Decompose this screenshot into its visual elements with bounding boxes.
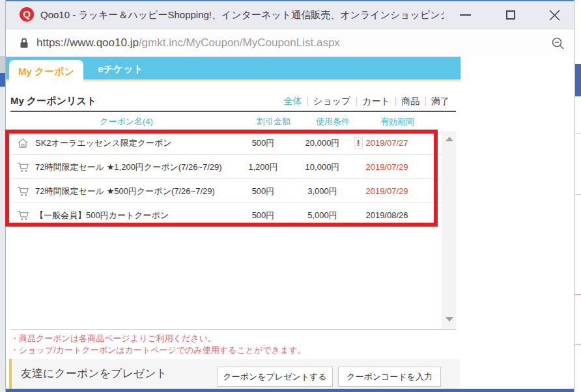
header-validity: 有効期間 [368, 112, 427, 131]
coupon-validity: 2019/07/29 [358, 155, 416, 178]
scroll-up-arrow-icon[interactable] [446, 137, 453, 141]
coupon-name: 【一般会員】500円カートクーポン [35, 203, 244, 227]
filter-separator: | [390, 96, 402, 106]
coupon-condition: 3,000円 [293, 179, 352, 203]
browser-popup-window: Q Qoo10 - ラッキー＆ハッピーShopping!、インターネット通信販売… [0, 0, 581, 392]
present-coupon-button[interactable]: クーポンをプレゼントする [217, 367, 333, 387]
coupon-name: 72時間限定セール ★1,200円クーポン(7/26~7/29) [35, 155, 244, 179]
header-discount: 割引金額 [248, 112, 300, 131]
coupon-condition: 20,000円 [293, 131, 352, 154]
tab-eticket[interactable]: eチケット [91, 57, 150, 81]
table-row: 72時間限定セール ★500円クーポン(7/26~7/29) 500円 3,00… [10, 179, 442, 203]
coupon-filter-links: 全体|ショップ|カート|商品|満了 [280, 96, 449, 107]
note-shop-cart-coupon: ・ショップ/カートクーポンはカートページでのみ使用することができます。 [10, 344, 306, 356]
qoo10-logo-icon: Q [20, 7, 34, 21]
maximize-icon[interactable] [506, 10, 515, 20]
list-bottom-border [10, 329, 456, 329]
coupon-condition: 10,000円 [293, 155, 352, 178]
background-page-sliver-blue [575, 64, 581, 96]
cart-icon [17, 186, 30, 197]
filter-separator: | [350, 96, 362, 106]
coupon-discount: 500円 [237, 179, 289, 203]
page-bottom-bar [6, 389, 574, 392]
note-product-coupon: ・商品クーポンは各商品ページよりご利用ください。 [10, 333, 216, 344]
close-icon[interactable] [549, 10, 560, 21]
table-row: 72時間限定セール ★1,200円クーポン(7/26~7/29) 1,200円 … [10, 155, 442, 179]
coupon-code-button[interactable]: クーポンコードを入力 [338, 367, 441, 387]
minimize-icon[interactable] [460, 14, 471, 16]
background-page-line [575, 294, 581, 295]
coupon-validity: 2019/07/29 [358, 179, 416, 203]
table-header-row: クーポン名(4) 割引金額 使用条件 有効期間 [10, 112, 456, 131]
filter-goods[interactable]: 商品 [401, 96, 419, 106]
coupon-name: SK2オーラエッセンス限定クーポン [35, 131, 244, 155]
filter-shop[interactable]: ショップ [313, 96, 350, 106]
page-title: My クーポンリスト [10, 95, 96, 108]
filter-expired[interactable]: 満了 [431, 96, 449, 106]
zoom-out-icon[interactable] [551, 36, 565, 51]
coupon-discount: 500円 [237, 203, 289, 227]
coupon-validity: 2019/08/26 [358, 203, 416, 227]
home-icon [17, 137, 29, 148]
table-row: 【一般会員】500円カートクーポン 500円 5,000円 2019/08/26 [10, 203, 442, 227]
url-domain: https://www.qoo10.jp [36, 36, 139, 49]
background-page-line [575, 344, 581, 344]
background-page-line [575, 194, 581, 195]
coupon-condition: 5,000円 [293, 203, 352, 227]
coupon-discount: 1,200円 [237, 155, 289, 178]
window-right-border [574, 0, 574, 392]
tab-my-coupon[interactable]: My クーポン [9, 60, 83, 83]
cart-icon [17, 161, 30, 173]
filter-cart[interactable]: カート [362, 96, 390, 106]
list-scrollbar[interactable] [442, 131, 456, 329]
background-window-sliver-blue [0, 73, 5, 87]
background-window-sliver-gray [0, 56, 5, 73]
filter-separator: | [302, 96, 313, 106]
lock-icon [20, 37, 29, 49]
header-condition: 使用条件 [304, 112, 362, 131]
gift-section-title: 友達にクーポンをプレゼント [21, 359, 167, 389]
filter-all[interactable]: 全体 [283, 96, 302, 106]
coupon-discount: 500円 [237, 131, 289, 154]
header-coupon-name: クーポン名(4) [10, 112, 242, 131]
scroll-down-arrow-icon[interactable] [446, 317, 453, 322]
cart-icon [17, 210, 30, 221]
url-field[interactable]: https://www.qoo10.jp/gmkt.inc/MyCoupon/M… [36, 29, 531, 57]
window-title: Qoo10 - ラッキー＆ハッピーShopping!、インターネット通信販売、オ… [40, 1, 444, 29]
filter-separator: | [419, 96, 431, 106]
background-page-line [575, 133, 581, 134]
url-path: /gmkt.inc/MyCoupon/MyCouponList.aspx [139, 36, 340, 49]
table-row: SK2オーラエッセンス限定クーポン 500円 20,000円 ! 2019/07… [10, 131, 442, 155]
coupon-name: 72時間限定セール ★500円クーポン(7/26~7/29) [35, 179, 244, 203]
coupon-validity: 2019/07/27 [358, 131, 416, 154]
